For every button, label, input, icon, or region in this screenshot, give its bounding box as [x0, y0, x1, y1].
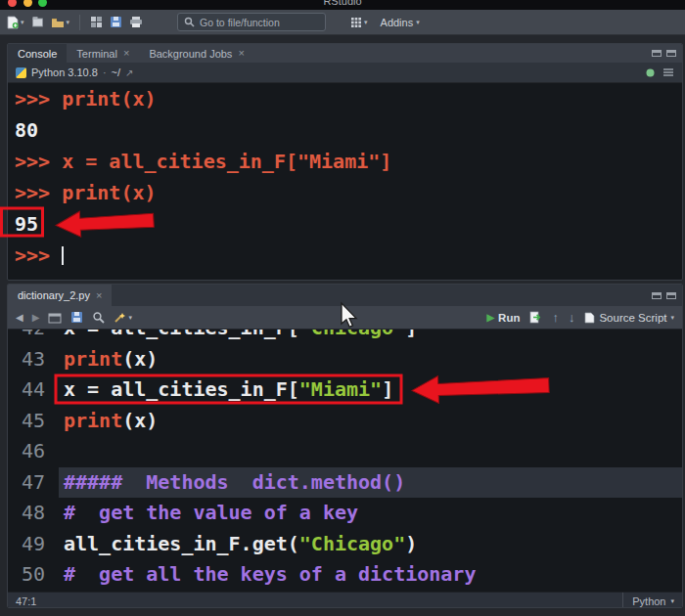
print-button[interactable]	[129, 16, 143, 28]
chevron-down-icon: ▾	[416, 19, 420, 25]
console-menu-icon[interactable]	[662, 67, 674, 77]
close-icon[interactable]: ×	[238, 48, 244, 59]
console-input-line: >>> print(x)	[15, 83, 682, 114]
chevron-down-icon: ▾	[67, 19, 70, 25]
code-line-content	[59, 436, 682, 467]
language-mode-selector[interactable]: Python ▾	[622, 593, 674, 608]
console-input-code: print(x)	[62, 181, 156, 204]
code-tools-button[interactable]: ▾	[114, 311, 132, 324]
open-in-window-icon[interactable]: ↗	[125, 67, 133, 78]
source-doc-icon	[584, 312, 595, 324]
runtime-label: Python 3.10.8	[31, 66, 98, 78]
titlebar: RStudio	[0, 0, 685, 10]
profile-console-icon[interactable]	[645, 67, 656, 78]
editor-line-50: 50# get all the keys of a dictionary	[8, 559, 682, 591]
console-pane: ConsoleTerminal×Background Jobs× Python …	[7, 43, 683, 281]
line-number: 48	[8, 498, 59, 529]
save-source-button[interactable]	[70, 311, 83, 324]
console-prompt: >>>	[15, 87, 62, 110]
console-header-icons	[645, 67, 674, 78]
new-project-icon	[31, 16, 44, 28]
tab-terminal[interactable]: Terminal×	[67, 44, 139, 63]
console-tabbar: ConsoleTerminal×Background Jobs×	[8, 44, 682, 63]
source-script-button[interactable]: Source Script ▾	[584, 312, 674, 324]
rerun-source-icon	[529, 311, 542, 324]
language-label: Python	[632, 595, 665, 607]
cursor-position: 47:1	[16, 595, 36, 607]
close-icon[interactable]: ×	[123, 48, 129, 59]
console-output-line: 80	[15, 114, 682, 146]
tab-label: Background Jobs	[149, 48, 232, 60]
minimize-pane-icon[interactable]	[652, 292, 662, 299]
tab-background-jobs[interactable]: Background Jobs×	[139, 44, 253, 63]
console-prompt: >>>	[15, 150, 62, 173]
editor-statusbar: 47:1 Python ▾	[8, 592, 682, 608]
pane-window-controls	[652, 285, 682, 306]
open-recent-button[interactable]	[90, 16, 103, 28]
code-line-content: # get the value of a key	[59, 498, 682, 529]
code-line-content: x = all_cities_in_F["Chicago"]	[59, 330, 682, 344]
run-play-icon: ▶	[486, 312, 494, 323]
save-floppy-icon	[70, 311, 83, 324]
tab-label: Console	[18, 48, 57, 60]
run-button[interactable]: ▶ Run	[486, 312, 520, 324]
editor-line-42: 42x = all_cities_in_F["Chicago"]	[8, 330, 682, 344]
new-file-button[interactable]: ▾	[7, 16, 24, 29]
chevron-down-icon: ▾	[21, 19, 24, 25]
editor-line-47: 47##### Methods dict.method()	[8, 467, 682, 499]
console-input-code: print(x)	[62, 87, 156, 110]
code-line-content: all_cities_in_F.get("Chicago")	[59, 529, 682, 560]
window-title: RStudio	[0, 0, 685, 7]
open-folder-icon	[51, 17, 65, 28]
console-output[interactable]: >>> print(x)80>>> x = all_cities_in_F["M…	[8, 83, 682, 281]
console-input-line: >>> print(x)	[15, 177, 682, 208]
chevron-down-icon: ▾	[128, 314, 132, 321]
open-file-button[interactable]: ▾	[51, 17, 70, 28]
popout-editor-button[interactable]	[48, 312, 62, 324]
addins-menu[interactable]: Addins ▾	[381, 17, 420, 28]
search-placeholder: Go to file/function	[200, 17, 280, 28]
editor-toolbar: ◀ ▶ ▾ ▶ Run	[8, 306, 682, 330]
editor-line-44: 44x = all_cities_in_F["Miami"]	[8, 374, 682, 406]
tab-console[interactable]: Console	[8, 44, 67, 63]
save-button[interactable]	[110, 16, 122, 28]
line-number: 47	[8, 467, 59, 499]
find-replace-button[interactable]	[92, 311, 105, 324]
python-icon	[16, 67, 26, 78]
editor-line-45: 45print(x)	[8, 406, 682, 437]
minimize-pane-icon[interactable]	[652, 50, 662, 57]
code-line-content: ##### Methods dict.method()	[59, 467, 682, 499]
forward-button[interactable]: ▶	[32, 312, 40, 323]
editor-line-46: 46	[8, 436, 682, 467]
console-input-line: >>>	[15, 240, 682, 271]
main-toolbar: ▾ ▾ Go to file/function ▾ Addins ▾	[0, 10, 685, 35]
console-output-line: 95	[15, 208, 682, 240]
tab-dictionary-2-py[interactable]: dictionary_2.py ×	[8, 285, 112, 306]
rerun-button[interactable]	[529, 311, 542, 324]
maximize-pane-icon[interactable]	[666, 50, 676, 57]
goto-file-function-search[interactable]: Go to file/function	[177, 13, 326, 31]
tab-label: Terminal	[76, 48, 117, 60]
separator-dot: ·	[103, 66, 107, 78]
code-editor[interactable]: 42x = all_cities_in_F["Chicago"]43print(…	[8, 330, 682, 592]
close-icon[interactable]: ×	[96, 290, 102, 301]
line-number: 50	[8, 559, 59, 591]
console-input-line: >>> x = all_cities_in_F["Miami"]	[15, 146, 682, 177]
addins-label: Addins	[381, 17, 414, 28]
console-output-value: 95	[15, 212, 38, 236]
run-previous-icon[interactable]: ↑	[552, 311, 559, 324]
addins-grid-button[interactable]: ▾	[350, 17, 368, 28]
run-next-icon[interactable]: ↓	[569, 311, 575, 324]
run-label: Run	[498, 312, 520, 324]
working-directory[interactable]: ~/	[112, 66, 120, 78]
editor-line-43: 43print(x)	[8, 344, 682, 375]
toolbar-separator	[79, 15, 80, 30]
maximize-pane-icon[interactable]	[666, 292, 676, 299]
line-number: 43	[8, 344, 59, 375]
console-prompt: >>>	[15, 243, 62, 267]
editor-line-48: 48# get the value of a key	[8, 498, 682, 529]
back-button[interactable]: ◀	[16, 312, 23, 323]
addins-grid-icon	[350, 17, 362, 28]
line-number: 44	[8, 374, 59, 406]
new-project-button[interactable]	[31, 16, 44, 28]
